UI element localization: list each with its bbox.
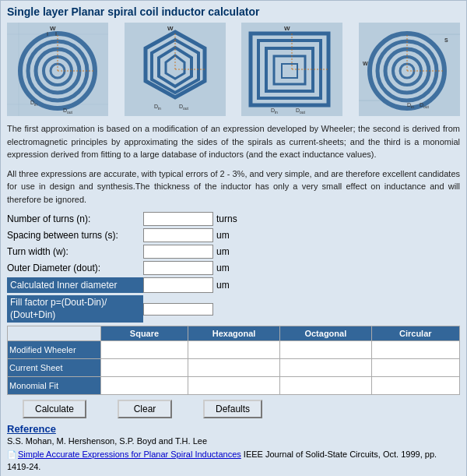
- hexagonal-coil-image: W D in D out: [125, 23, 226, 116]
- monomial-fit-row: Monomial Fit: [8, 377, 460, 395]
- svg-text:W: W: [284, 25, 290, 32]
- coil-images-row: W D in D out W: [7, 23, 460, 116]
- calculate-button[interactable]: Calculate: [23, 400, 86, 418]
- current-sheet-oct: [280, 359, 371, 377]
- col-header-empty: [8, 326, 101, 341]
- modified-wheeler-circ: [371, 341, 459, 359]
- description-text-2: All three expressions are accurate, with…: [7, 167, 460, 206]
- spacing-row: Spacing between turns (s): um: [7, 228, 460, 242]
- col-header-hexagonal: Hexagonal: [188, 326, 279, 341]
- spacing-label: Spacing between turns (s):: [7, 230, 143, 241]
- col-header-circular: Circular: [371, 326, 459, 341]
- clear-button[interactable]: Clear: [118, 400, 172, 418]
- fill-factor-output[interactable]: [143, 303, 213, 316]
- current-sheet-circ: [371, 359, 459, 377]
- outer-diameter-label: Outer Diameter (dout):: [7, 263, 143, 273]
- circular-coil-image-2: W S D in D out: [359, 23, 460, 116]
- col-header-octagonal: Octagonal: [280, 326, 371, 341]
- outer-unit: um: [216, 263, 230, 273]
- turns-row: Number of turns (n): turns: [7, 212, 460, 226]
- mw-hex-input[interactable]: [190, 343, 278, 357]
- inner-diameter-output[interactable]: [143, 277, 213, 293]
- modified-wheeler-label: Modified Wheeler: [8, 341, 101, 359]
- svg-text:out: out: [183, 106, 189, 111]
- width-label: Turn width (w):: [7, 246, 143, 257]
- svg-text:out: out: [67, 110, 73, 115]
- turns-label: Number of turns (n):: [7, 213, 143, 224]
- circular-coil-image: W D in D out: [7, 23, 108, 116]
- svg-text:out: out: [423, 104, 430, 109]
- svg-text:W: W: [363, 61, 368, 66]
- modified-wheeler-square: [101, 341, 188, 359]
- svg-text:S: S: [444, 37, 448, 43]
- spacing-unit: um: [216, 230, 230, 241]
- mf-hex-input[interactable]: [190, 379, 278, 393]
- svg-text:in: in: [34, 102, 37, 107]
- reference-title: Reference: [7, 423, 460, 435]
- inner-diameter-row: Calculated Inner diameter um: [7, 277, 460, 293]
- svg-text:out: out: [300, 110, 306, 115]
- monomial-fit-circ: [371, 377, 459, 395]
- mf-square-input[interactable]: [103, 379, 186, 393]
- svg-text:in: in: [158, 106, 161, 111]
- defaults-button[interactable]: Defaults: [203, 400, 262, 418]
- monomial-fit-hex: [188, 377, 279, 395]
- pdf-icon-1: 📄: [7, 450, 16, 459]
- svg-text:W: W: [167, 25, 174, 32]
- current-sheet-hex: [188, 359, 279, 377]
- input-form: Number of turns (n): turns Spacing betwe…: [7, 212, 460, 323]
- outer-diameter-input[interactable]: [143, 261, 213, 275]
- inner-unit: um: [216, 280, 230, 291]
- buttons-row: Calculate Clear Defaults: [7, 400, 460, 418]
- cs-hex-input[interactable]: [190, 361, 278, 375]
- mf-circ-input[interactable]: [374, 379, 458, 393]
- modified-wheeler-hex: [188, 341, 279, 359]
- results-table: Square Hexagonal Octagonal Circular Modi…: [7, 326, 460, 395]
- monomial-fit-oct: [280, 377, 371, 395]
- svg-text:in: in: [275, 110, 278, 115]
- width-row: Turn width (w): um: [7, 245, 460, 259]
- cs-circ-input[interactable]: [374, 361, 458, 375]
- col-header-square: Square: [101, 326, 188, 341]
- width-unit: um: [216, 246, 230, 257]
- reference-text: S.S. Mohan, M. Hershenson, S.P. Boyd and…: [7, 435, 460, 476]
- mw-oct-input[interactable]: [282, 343, 369, 357]
- width-input[interactable]: [143, 245, 213, 259]
- mf-oct-input[interactable]: [282, 379, 369, 393]
- square-coil-image: W D in D out: [241, 23, 342, 116]
- monomial-fit-label: Monomial Fit: [8, 377, 101, 395]
- current-sheet-square: [101, 359, 188, 377]
- svg-text:in: in: [411, 104, 414, 109]
- outer-diameter-row: Outer Diameter (dout): um: [7, 261, 460, 275]
- description-text-1: The first approximation is based on a mo…: [7, 122, 460, 161]
- svg-text:W: W: [50, 25, 56, 32]
- reference-section: Reference S.S. Mohan, M. Hershenson, S.P…: [7, 423, 460, 476]
- modified-wheeler-oct: [280, 341, 371, 359]
- turns-input[interactable]: [143, 212, 213, 226]
- fill-factor-row: Fill factor p=(Dout-Din)/ (Dout+Din): [7, 295, 460, 323]
- page-title: Single layer Planar spiral coil inductor…: [7, 5, 460, 18]
- mw-circ-input[interactable]: [374, 343, 458, 357]
- inner-diameter-label: Calculated Inner diameter: [7, 277, 143, 293]
- reference-link-1[interactable]: Simple Accurate Expressions for Planar S…: [18, 450, 241, 459]
- current-sheet-label: Current Sheet: [8, 359, 101, 377]
- reference-authors: S.S. Mohan, M. Hershenson, S.P. Boyd and…: [7, 436, 207, 446]
- mw-square-input[interactable]: [103, 343, 186, 357]
- cs-oct-input[interactable]: [282, 361, 369, 375]
- cs-square-input[interactable]: [103, 361, 186, 375]
- fill-factor-label: Fill factor p=(Dout-Din)/ (Dout+Din): [7, 295, 143, 323]
- current-sheet-row: Current Sheet: [8, 359, 460, 377]
- turns-unit: turns: [216, 213, 237, 224]
- modified-wheeler-row: Modified Wheeler: [8, 341, 460, 359]
- monomial-fit-square: [101, 377, 188, 395]
- main-container: Single layer Planar spiral coil inductor…: [0, 0, 467, 476]
- spacing-input[interactable]: [143, 228, 213, 242]
